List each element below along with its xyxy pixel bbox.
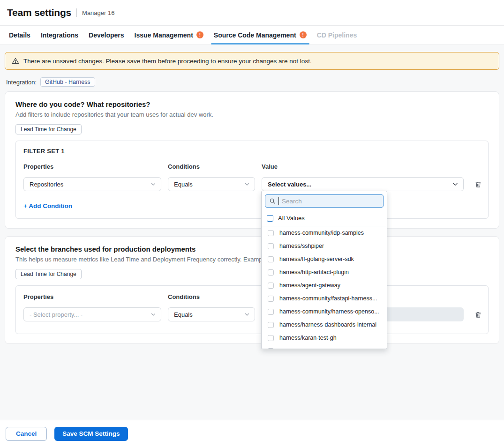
checkbox-icon[interactable] — [268, 335, 274, 341]
branches-card: Select the branches used for production … — [5, 236, 499, 344]
option-label: harness/agent-gateway — [279, 282, 340, 289]
cancel-button[interactable]: Cancel — [6, 427, 47, 441]
property-select[interactable]: Repositories — [23, 177, 161, 191]
dropdown-option[interactable]: harness/sshpiper — [262, 239, 387, 253]
dropdown-option[interactable]: harness/ff-golang-server-sdk — [262, 253, 387, 266]
value-multiselect[interactable]: Select values... — [262, 177, 464, 191]
dropdown-option[interactable]: harness-community/harness-openso... — [262, 305, 387, 318]
save-scm-settings-button[interactable]: Save SCM Settings — [54, 427, 128, 441]
checkbox-icon[interactable] — [268, 296, 274, 302]
chevron-down-icon — [244, 312, 250, 317]
option-label: harness-community/idp-samples — [279, 230, 364, 236]
filter-column-headers: Properties Conditions Value — [23, 293, 481, 300]
dropdown-option[interactable]: harness/karan-test-gh — [262, 331, 387, 344]
tab-label: Integrations — [41, 31, 78, 39]
delete-filter-button[interactable] — [470, 309, 486, 320]
checkbox-icon[interactable] — [268, 322, 274, 328]
lead-time-tag: Lead Time for Change — [15, 124, 82, 134]
value-column-label: Value — [262, 163, 464, 170]
all-values-option[interactable]: All Values — [262, 211, 387, 226]
values-dropdown: Search All Values harness-community/idp-… — [261, 191, 387, 349]
filter-row: - Select property... - Equals — [23, 307, 481, 321]
repositories-card: Where do you code? What repositories? Ad… — [5, 91, 499, 229]
option-label: harness/... — [279, 348, 307, 349]
condition-select[interactable]: Equals — [168, 177, 255, 191]
team-name-label: Manager 16 — [82, 9, 114, 16]
warning-triangle-icon — [12, 57, 19, 65]
branch-filter-box: Properties Conditions Value - Select pro… — [15, 285, 489, 334]
properties-column-label: Properties — [23, 293, 161, 300]
property-select-placeholder: - Select property... - — [30, 311, 83, 318]
tab-integrations[interactable]: Integrations — [36, 26, 83, 44]
title-divider — [76, 8, 77, 17]
chevron-down-icon — [244, 181, 250, 187]
tab-label: Issue Management — [135, 31, 193, 39]
dropdown-option[interactable]: harness-community/fastapi-harness... — [262, 292, 387, 305]
dropdown-option[interactable]: harness/harness-dashboards-internal — [262, 318, 387, 331]
properties-column-label: Properties — [23, 163, 161, 170]
tab-bar: Details Integrations Developers Issue Ma… — [0, 26, 504, 45]
checkbox-icon[interactable] — [268, 309, 274, 315]
text-cursor — [278, 197, 279, 205]
branches-card-title: Select the branches used for production … — [15, 245, 489, 253]
all-values-label: All Values — [278, 215, 305, 222]
option-label: harness/sshpiper — [279, 243, 324, 249]
page-header: Team settings Manager 16 — [0, 0, 504, 26]
condition-select-value: Equals — [174, 311, 193, 318]
option-label: harness-community/harness-openso... — [279, 308, 379, 315]
tab-details[interactable]: Details — [4, 26, 36, 44]
trash-icon — [474, 180, 482, 188]
option-label: harness/harness-dashboards-internal — [279, 321, 376, 328]
branches-card-subtitle: This helps us measure metrics like Lead … — [15, 256, 489, 263]
conditions-column-label: Conditions — [168, 163, 255, 170]
option-label: harness/ff-golang-server-sdk — [279, 256, 354, 262]
condition-select-value: Equals — [174, 181, 193, 188]
dropdown-option[interactable]: harness/agent-gateway — [262, 279, 387, 292]
checkbox-icon[interactable] — [268, 283, 274, 289]
dropdown-search-input[interactable]: Search — [265, 194, 384, 208]
branch-property-select[interactable]: - Select property... - — [23, 307, 161, 321]
page-title: Team settings — [7, 7, 71, 18]
tab-cd-pipelines: CD Pipelines — [312, 26, 362, 44]
checkbox-icon[interactable] — [268, 348, 274, 350]
unsaved-changes-banner: There are unsaved changes. Please save t… — [5, 52, 499, 70]
chevron-down-icon — [150, 312, 156, 317]
integration-label: Integration: — [6, 79, 37, 86]
filter-set-title: FILTER SET 1 — [23, 148, 481, 155]
option-label: harness/http-artifact-plugin — [279, 269, 349, 276]
conditions-column-label: Conditions — [168, 293, 255, 300]
dropdown-option[interactable]: harness-community/idp-samples — [262, 226, 387, 239]
option-label: harness-community/fastapi-harness... — [279, 295, 377, 302]
dropdown-option-clipped[interactable]: harness/... — [262, 344, 387, 349]
checkbox-icon[interactable] — [268, 243, 274, 249]
filter-row: Repositories Equals Select values... — [23, 177, 481, 191]
branch-condition-select[interactable]: Equals — [168, 307, 255, 321]
tab-label: Source Code Management — [214, 31, 296, 39]
tab-developers[interactable]: Developers — [83, 26, 129, 44]
banner-text: There are unsaved changes. Please save t… — [23, 58, 312, 65]
tab-issue-management[interactable]: Issue Management ! — [129, 26, 209, 44]
filter-set-1-box: FILTER SET 1 Properties Conditions Value… — [15, 141, 489, 219]
tab-label: Details — [9, 31, 30, 39]
search-placeholder: Search — [282, 198, 302, 205]
search-icon — [269, 198, 276, 204]
tab-source-code-management[interactable]: Source Code Management ! — [209, 26, 312, 44]
add-condition-button[interactable]: + Add Condition — [23, 202, 72, 209]
warning-badge-icon: ! — [300, 31, 307, 38]
tab-label: Developers — [89, 31, 124, 39]
chevron-down-icon — [452, 181, 459, 187]
checkbox-icon[interactable] — [268, 256, 274, 262]
value-select-placeholder: Select values... — [268, 181, 311, 188]
integration-chip[interactable]: GitHub - Harness — [40, 77, 95, 87]
trash-icon — [474, 311, 482, 319]
repositories-card-subtitle: Add filters to include repositories that… — [15, 111, 489, 118]
delete-filter-button[interactable] — [470, 179, 486, 190]
checkbox-icon[interactable] — [268, 230, 274, 236]
footer-bar: Cancel Save SCM Settings — [0, 420, 504, 447]
checkbox-icon[interactable] — [267, 215, 273, 222]
property-select-value: Repositories — [30, 181, 63, 188]
main-content: There are unsaved changes. Please save t… — [0, 45, 504, 420]
option-label: harness/karan-test-gh — [279, 335, 337, 341]
dropdown-option[interactable]: harness/http-artifact-plugin — [262, 266, 387, 279]
checkbox-icon[interactable] — [268, 269, 274, 276]
